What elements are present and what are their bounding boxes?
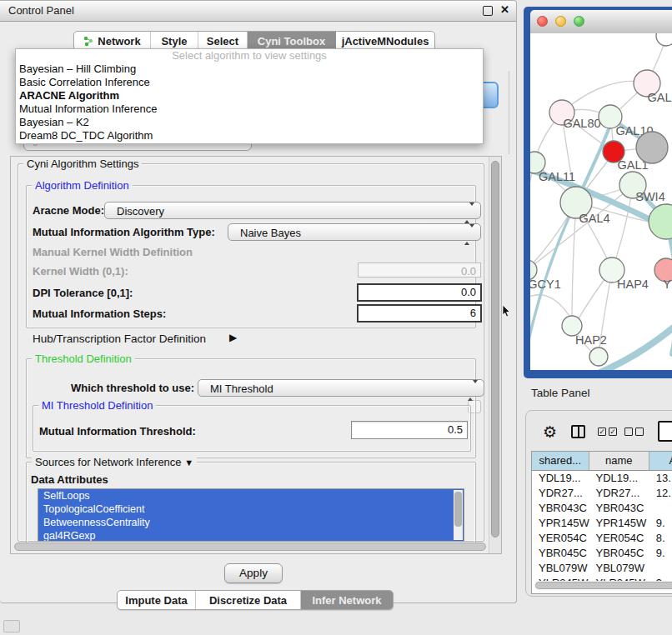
- settings-hscrollbar-thumb[interactable]: [14, 542, 486, 551]
- table-cell: YBR045C: [532, 546, 589, 561]
- table-cell: YER054C: [589, 531, 649, 546]
- tab-impute-data[interactable]: Impute Data: [118, 591, 196, 609]
- algorithm-option[interactable]: Dream8 DC_TDC Algorithm: [16, 129, 483, 142]
- control-panel-titlebar: Control Panel ✕: [0, 1, 516, 22]
- columns-icon[interactable]: [571, 425, 585, 438]
- algorithm-dropdown-popup: Select algorithm to view settings Bayesi…: [15, 48, 484, 144]
- tab-cyni-toolbox[interactable]: Cyni Toolbox: [248, 32, 336, 50]
- table-hscrollbar-thumb[interactable]: [535, 582, 672, 589]
- mi-threshold-field[interactable]: 0.5: [351, 421, 468, 439]
- table-header-row: shared... name A: [532, 452, 672, 471]
- mi-steps-field[interactable]: 6: [357, 304, 482, 322]
- tab-style[interactable]: Style: [151, 32, 198, 50]
- table-cell: YDR27...: [589, 486, 649, 501]
- checked-checkbox-icon[interactable]: ✓: [609, 428, 617, 436]
- network-node-label: GAL11: [539, 170, 575, 183]
- column-header-shared-name[interactable]: shared...: [532, 452, 589, 470]
- sources-group-title: Sources for Network Inference ▼: [32, 456, 197, 468]
- algorithm-option[interactable]: ARACNE Algorithm: [16, 89, 483, 102]
- mi-type-combobox[interactable]: Naive Bayes: [228, 223, 481, 241]
- mi-steps-value: 6: [470, 307, 476, 319]
- apply-button[interactable]: Apply: [224, 563, 283, 583]
- unchecked-checkbox-icon[interactable]: [635, 428, 644, 436]
- table-row[interactable]: YBR045CYBR045C9.: [532, 546, 672, 561]
- table-row[interactable]: YIL052CYIL052C9: [532, 591, 672, 594]
- table-cell: [649, 561, 672, 576]
- network-window-titlebar[interactable]: [530, 10, 672, 34]
- algorithm-definition-title: Algorithm Definition: [32, 179, 133, 192]
- algorithm-option[interactable]: Basic Correlation Inference: [16, 76, 483, 89]
- which-threshold-combobox[interactable]: MI Threshold: [198, 379, 484, 397]
- mi-threshold-value: 0.5: [448, 423, 463, 436]
- hub-expand-icon[interactable]: ▶: [229, 332, 237, 343]
- tab-jactivemnodules[interactable]: jActiveMNodules: [336, 32, 434, 50]
- list-scrollbar-thumb[interactable]: [454, 492, 462, 527]
- table-row[interactable]: YDL19...YDL19...13.: [532, 471, 672, 486]
- table-row[interactable]: YER054CYER054C8.: [532, 531, 672, 546]
- data-attributes-list[interactable]: SelfLoopsTopologicalCoefficientBetweenne…: [38, 488, 464, 542]
- dpi-tolerance-label: DPI Tolerance [0,1]:: [33, 287, 133, 299]
- table-cell: 8.: [649, 531, 672, 546]
- network-node[interactable]: [649, 204, 672, 239]
- control-panel-window: Control Panel ✕ Network Style Select Cyn…: [0, 0, 517, 603]
- close-icon[interactable]: ✕: [500, 3, 509, 16]
- table-cell: YPR145W: [532, 516, 589, 531]
- table-row[interactable]: YBR043CYBR043C: [532, 501, 672, 516]
- table-cell: 12.: [649, 486, 672, 501]
- network-node[interactable]: [636, 132, 668, 163]
- settings-vscrollbar-thumb[interactable]: [491, 161, 499, 538]
- minimize-traffic-light[interactable]: [555, 16, 566, 27]
- table-panel-title: Table Panel: [531, 387, 590, 399]
- network-node[interactable]: [656, 33, 672, 46]
- table-panel-window: ⚙ ✓ ✓ shared... name A YDL19...YDL19...1…: [525, 410, 672, 597]
- panel-edge-fragment: [509, 71, 509, 154]
- column-header-partial[interactable]: A: [649, 452, 672, 470]
- tab-select[interactable]: Select: [198, 32, 248, 50]
- zoom-traffic-light[interactable]: [574, 16, 584, 27]
- network-node[interactable]: [589, 348, 608, 366]
- network-canvas[interactable]: GALGAL80GAL10GAL1GAL11SWI4GAL4GCY1HAP4YH…: [530, 33, 672, 370]
- float-window-icon[interactable]: [483, 6, 493, 16]
- network-edge: [572, 202, 576, 324]
- dpi-tolerance-field[interactable]: 0.0: [357, 283, 482, 302]
- close-traffic-light[interactable]: [537, 16, 548, 27]
- panel-corner-button[interactable]: [3, 620, 20, 632]
- aracne-mode-value: Discovery: [117, 205, 164, 218]
- algorithm-option[interactable]: Bayesian – Hill Climbing: [16, 62, 483, 76]
- unchecked-checkbox-icon[interactable]: [624, 428, 633, 436]
- column-header-name[interactable]: name: [589, 452, 649, 470]
- network-node-label: GAL80: [563, 117, 600, 130]
- table-cell: YDL19...: [589, 471, 649, 486]
- algorithm-option[interactable]: Bayesian – K2: [16, 116, 483, 129]
- hub-section-label: Hub/Transcription Factor Definition: [33, 332, 206, 345]
- sources-collapse-icon[interactable]: ▼: [184, 458, 193, 468]
- data-attribute-item[interactable]: gal4RGexp: [38, 529, 464, 542]
- checked-checkbox-icon[interactable]: ✓: [598, 428, 606, 436]
- network-graph: GALGAL80GAL10GAL1GAL11SWI4GAL4GCY1HAP4YH…: [530, 33, 672, 370]
- data-attribute-item[interactable]: TopologicalCoefficient: [38, 502, 464, 516]
- node-table: shared... name A YDL19...YDL19...13.YDR2…: [531, 451, 672, 594]
- data-attribute-item[interactable]: SelfLoops: [38, 489, 464, 502]
- dpi-tolerance-value: 0.0: [461, 286, 476, 298]
- tab-network-label: Network: [98, 35, 140, 48]
- table-cell: 9: [649, 591, 672, 594]
- tab-network[interactable]: Network: [74, 32, 151, 50]
- document-icon[interactable]: [658, 421, 672, 442]
- gear-icon[interactable]: ⚙: [543, 424, 557, 440]
- table-cell: YIL052C: [532, 591, 589, 594]
- network-node-label: HAP4: [617, 278, 649, 291]
- table-cell: YBL079W: [532, 561, 589, 576]
- data-attribute-item[interactable]: BetweennessCentrality: [38, 516, 464, 529]
- sources-title-text: Sources for Network Inference: [35, 456, 182, 468]
- table-row[interactable]: YDR27...YDR27...12.: [532, 486, 672, 501]
- table-hscrollbar-track: [534, 581, 672, 590]
- table-row[interactable]: YBL079WYBL079W: [532, 561, 672, 576]
- aracne-mode-combobox[interactable]: Discovery: [104, 202, 481, 219]
- table-cell: 13.: [649, 471, 672, 486]
- network-edge: [530, 162, 534, 268]
- tab-infer-network[interactable]: Infer Network: [301, 591, 393, 609]
- table-row[interactable]: YPR145WYPR145W9.: [532, 516, 672, 531]
- which-threshold-value: MI Threshold: [210, 382, 273, 395]
- tab-discretize-data[interactable]: Discretize Data: [196, 591, 301, 609]
- algorithm-option[interactable]: Mutual Information Inference: [16, 102, 483, 116]
